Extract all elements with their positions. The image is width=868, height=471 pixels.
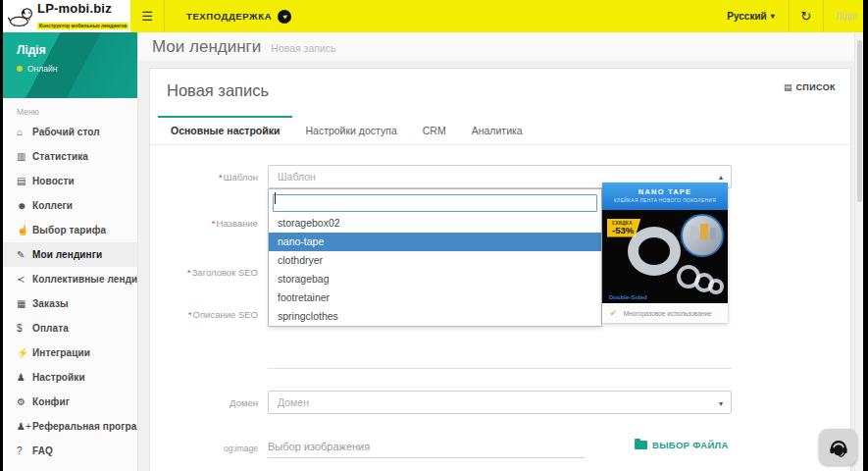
bar-chart-icon: ▥: [17, 151, 32, 162]
dropdown-search-input[interactable]: [273, 194, 597, 212]
breadcrumb-current: Новая запись: [271, 42, 335, 54]
sidebar-item-label: Статистика: [32, 151, 88, 162]
sidebar-user-panel: Лідія Онлайн: [3, 32, 137, 98]
refresh-icon[interactable]: ↻: [790, 0, 823, 32]
sidebar-item-config[interactable]: ⚙Конфиг: [3, 390, 137, 414]
sidebar-menu-label: Меню: [3, 98, 137, 120]
question-icon: ?: [17, 445, 32, 456]
sidebar-item-label: Рабочий стол: [32, 127, 100, 137]
folder-icon: [635, 441, 647, 449]
sidebar-item-referral[interactable]: ♟+Реферальная программа: [3, 414, 137, 439]
logo-tagline: Конструктор мобильных лендингов: [37, 23, 128, 29]
sidebar-user-name: Лідія: [17, 43, 137, 57]
ogimage-input[interactable]: Выбор изображения: [268, 436, 585, 458]
dropdown-option[interactable]: storagebox02: [269, 214, 601, 233]
hand-pointer-icon: ☝: [17, 225, 32, 236]
tab-bar: Основные настройкиНастройки доступаCRMАн…: [150, 116, 850, 145]
preview-feature-text: Многоразовое использование: [624, 310, 712, 317]
list-button[interactable]: ▤ СПИСОК: [784, 82, 836, 92]
topbar: LP-mobi.biz Конструктор мобильных лендин…: [3, 0, 863, 32]
plug-icon: ⚡: [17, 347, 32, 358]
sidebar-item-news[interactable]: ▤Новости: [3, 169, 137, 193]
tape-ring-image: [708, 279, 724, 294]
preview-inset-photo: [681, 214, 724, 257]
hamburger-menu-icon[interactable]: ☰: [130, 9, 164, 24]
preview-header: NANO TAPE КЛЕЙКАЯ ЛЕНТА НОВОГО ПОКОЛЕНИЯ: [602, 183, 728, 210]
sidebar: Лідія Онлайн Меню ⌂Рабочий стол▥Статисти…: [3, 32, 138, 471]
preview-subtitle: КЛЕЙКАЯ ЛЕНТА НОВОГО ПОКОЛЕНИЯ: [602, 198, 728, 203]
panel-title: Новая запись: [150, 69, 850, 100]
logo-text: LP-mobi.biz Конструктор мобильных лендин…: [37, 2, 128, 30]
scrollbar-thumb[interactable]: [857, 40, 862, 202]
sidebar-item-integrations[interactable]: ⚡Интеграции: [3, 340, 137, 365]
telegram-icon: ►: [278, 10, 291, 24]
cart-icon: ▦: [17, 298, 32, 309]
seo-title-field-label: *Заголовок SEO: [150, 267, 258, 278]
preview-title: NANO TAPE: [602, 187, 728, 196]
headset-icon: [828, 437, 849, 458]
dropdown-option[interactable]: springclothes: [269, 307, 601, 326]
sidebar-item-desktop[interactable]: ⌂Рабочий стол: [3, 120, 137, 144]
share-icon: ≺: [17, 274, 32, 285]
landing-pages-icon: ✎: [17, 249, 32, 260]
tech-support-label: ТЕХПОДДЕРЖКА: [186, 11, 272, 22]
tab-crm[interactable]: CRM: [410, 116, 459, 144]
dollar-icon: $: [17, 323, 32, 334]
news-icon: ▤: [17, 176, 32, 186]
main-scrollbar[interactable]: [854, 32, 863, 471]
sidebar-item-statistics[interactable]: ▥Статистика: [3, 144, 137, 169]
sidebar-item-collective-landings[interactable]: ≺Коллективные лендинги: [3, 267, 137, 291]
gears-icon: ⚙: [17, 396, 32, 407]
online-dot-icon: [17, 66, 23, 72]
form-panel: Новая запись ▤ СПИСОК Основные настройки…: [149, 68, 851, 471]
dog-logo-icon: [8, 5, 33, 28]
sidebar-item-settings[interactable]: ♟Настройки: [3, 365, 137, 390]
preview-feature-row: ✔ Многоразовое использование: [602, 303, 728, 323]
logo[interactable]: LP-mobi.biz Конструктор мобильных лендин…: [3, 0, 130, 32]
home-icon: ⌂: [17, 127, 32, 137]
tech-support-button[interactable]: ТЕХПОДДЕРЖКА ►: [165, 0, 309, 32]
domain-field-label: Домен: [150, 397, 258, 408]
sidebar-item-label: Оплата: [32, 323, 69, 334]
choose-file-button[interactable]: ВЫБОР ФАЙЛА: [635, 440, 729, 450]
preview-caption: Double-Sided: [609, 294, 647, 300]
sidebar-item-payment[interactable]: $Оплата: [3, 316, 137, 340]
support-chat-button[interactable]: [819, 429, 857, 465]
sidebar-item-label: FAQ: [32, 445, 53, 456]
sidebar-item-label: Коллективные лендинги: [32, 274, 137, 285]
user-plus-icon: ♟+: [17, 421, 32, 432]
chevron-up-icon: ▴: [719, 173, 723, 182]
check-icon: ✔: [610, 309, 617, 318]
sidebar-item-my-landings[interactable]: ✎Мои лендинги: [3, 242, 137, 267]
dropdown-option[interactable]: clothdryer: [269, 251, 601, 270]
required-mark: *: [187, 267, 191, 278]
form-area: *Шаблон Шаблон ▴ *Название *Заголовок SE…: [150, 145, 850, 471]
sidebar-user-status: Онлайн: [17, 64, 137, 74]
sidebar-item-orders[interactable]: ▦Заказы: [3, 291, 137, 316]
sidebar-item-colleagues[interactable]: ☻Коллеги: [3, 193, 137, 218]
sidebar-item-label: Новости: [32, 176, 75, 186]
chevron-down-icon: ▾: [719, 399, 723, 408]
dropdown-option[interactable]: footretainer: [269, 288, 601, 307]
preview-product-image: СКИДКА -53% Double-Sided: [602, 210, 728, 303]
language-label: Русский: [727, 11, 766, 22]
tab-analytics[interactable]: Аналитика: [459, 116, 536, 144]
sidebar-item-label: Интеграции: [32, 347, 90, 358]
tab-access-settings[interactable]: Настройки доступа: [292, 116, 409, 144]
users-icon: ☻: [17, 200, 32, 211]
domain-select[interactable]: Домен ▾: [268, 391, 732, 414]
language-selector[interactable]: Русский ▾: [713, 0, 788, 32]
required-mark: *: [219, 172, 223, 183]
dropdown-search-wrap: [269, 189, 601, 214]
text-cursor: [275, 192, 276, 204]
sidebar-item-faq[interactable]: ?FAQ: [3, 439, 137, 463]
sidebar-item-label: Заказы: [32, 298, 69, 309]
main-content: Мои лендинги Новая запись Новая запись ▤…: [137, 32, 863, 471]
topbar-username[interactable]: Лідія: [824, 11, 863, 22]
dropdown-option[interactable]: nano-tape: [269, 233, 601, 251]
seo-description-input-underline[interactable]: [268, 368, 732, 369]
tab-main-settings[interactable]: Основные настройки: [158, 116, 292, 144]
dropdown-option[interactable]: storagebag: [269, 270, 601, 288]
sidebar-item-tariff[interactable]: ☝Выбор тарифа: [3, 218, 137, 242]
ogimage-field-label: og:image: [150, 444, 258, 453]
